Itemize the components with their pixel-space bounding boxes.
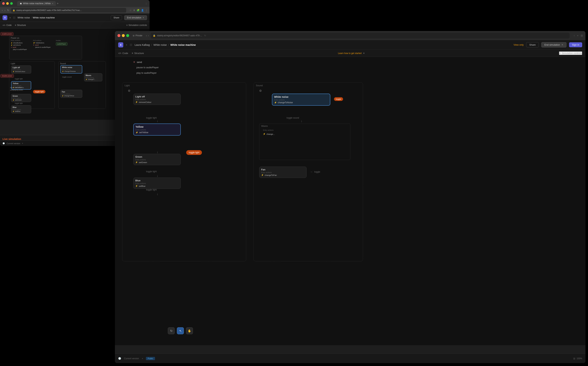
back-toggle-light-btn[interactable]: toggle light — [186, 150, 202, 155]
tl-maximize[interactable] — [10, 2, 13, 5]
back-yellow-section: Entry actions — [136, 129, 179, 131]
back-url-field[interactable]: 🔒 stately.ai/registry/editor/98294807-aa… — [151, 33, 570, 38]
learn-close-icon[interactable]: ✕ — [363, 52, 365, 54]
back-toggle-sound-btn[interactable]: toggle — [334, 97, 343, 101]
learn-banner: Learn how to get started ✕ — [338, 52, 365, 54]
light-off-node: Light off Entry actions ⚡ removeColour — [11, 66, 31, 74]
back-arrow-down-4: ↓ — [157, 192, 158, 196]
back-white-noise-title: White noise — [274, 95, 328, 98]
back-waves-action: ⚡ change... — [263, 133, 275, 135]
toggle-light-btn[interactable]: toggle light — [33, 90, 45, 93]
back-button[interactable]: ‹ — [2, 9, 3, 12]
back-code-icon: </> — [118, 52, 121, 54]
share-button[interactable]: Share — [111, 15, 122, 20]
extensions-icon[interactable]: 🧩 — [137, 9, 140, 12]
back-code-button[interactable]: </> Code — [118, 52, 128, 54]
back-structure-button[interactable]: ≡ Structure — [132, 52, 144, 54]
exit-actions-label: Exit actions — [33, 40, 53, 41]
forward-button[interactable]: › — [5, 9, 6, 12]
back-bc-item1[interactable]: White noise — [153, 43, 167, 46]
light-off-section: Entry actions — [13, 69, 30, 71]
lock-icon: 🔒 — [13, 9, 15, 11]
back-newtab-icon[interactable]: + — [577, 34, 579, 37]
back-sidebar-icon[interactable]: ⊟ — [581, 34, 583, 37]
back-reload-icon[interactable]: ↻ — [204, 34, 206, 37]
front-tab[interactable]: 🔲 White noise machine | White ✕ — [17, 1, 56, 6]
back-toggle-orange-btn[interactable]: toggle — [334, 97, 343, 101]
back-nav-back[interactable]: ‹ — [146, 34, 147, 37]
light-off-title: Light off — [13, 67, 30, 69]
entry-actions-group: Entry actions ⚡ showButtons ⚡ setVolume … — [11, 40, 31, 50]
end-simulation-button[interactable]: End simulation ✕ — [124, 15, 147, 20]
back-bc-item2[interactable]: White noise machine — [170, 43, 196, 46]
back-refresh-button[interactable]: ↻ — [168, 327, 175, 334]
states-annotation: states because like autoplaying audio. — [10, 86, 32, 91]
back-tl-maximize[interactable] — [126, 34, 129, 37]
reload-button[interactable]: ↻ — [7, 9, 9, 12]
back-bc-sep1: / — [151, 43, 152, 46]
back-nav-forward[interactable]: › — [148, 34, 149, 37]
back-sim-controls-button[interactable]: ≡ Simulation controls — [559, 52, 582, 55]
back-code-label: Code — [122, 52, 128, 54]
toggle-light-orange[interactable]: toggle light — [33, 90, 45, 93]
back-white-noise-section: Entry actions — [274, 99, 328, 101]
back-yellow-title: Yellow — [136, 125, 179, 128]
download-icon[interactable]: ⬇ — [133, 9, 135, 12]
back-toggle-fan-label: toggle — [314, 171, 320, 173]
back-fan-icon: ⚡ — [261, 174, 264, 176]
learn-label[interactable]: Learn how to get started — [338, 52, 362, 54]
bookmark-icon[interactable]: ☆ — [129, 9, 132, 12]
fullscreen-icon[interactable]: ⊞ — [573, 357, 575, 360]
new-tab-button[interactable]: + — [57, 2, 59, 5]
back-sound-outer: Sound ⚙ White noise Entry actions ⚡ chan… — [254, 83, 363, 261]
back-version-text[interactable]: Current version — [124, 357, 139, 360]
back-cursor-button[interactable]: ↖ — [177, 327, 184, 334]
back-fan-action: ⚡ changeToFan — [261, 174, 305, 176]
back-share-icon[interactable]: ↑ — [573, 34, 575, 37]
logo-dropdown[interactable]: ▾ — [9, 16, 11, 19]
green-node: Green Entry actions ⚡ setGreen — [11, 94, 31, 102]
breadcrumb-item2[interactable]: White noise machine — [33, 16, 55, 19]
back-tl-close[interactable] — [117, 34, 120, 37]
back-end-simulation-button[interactable]: End simulation ✕ — [541, 42, 566, 47]
back-light-off-section: Entry actions — [135, 99, 179, 100]
blue-section: Entry actions — [13, 109, 30, 110]
back-share-button[interactable]: Share — [526, 42, 539, 47]
entry-action-show: ⚡ showButtons — [11, 42, 31, 44]
front-version-text[interactable]: Current version — [7, 142, 20, 145]
blue-action: ⚡ setBlue — [13, 110, 30, 112]
tab-close-btn[interactable]: ✕ — [52, 3, 53, 5]
simulation-controls-button[interactable]: ≡ Simulation controls — [126, 24, 147, 26]
back-window: ⊟ Private ‹ › 🔒 stately.ai/registry/edit… — [115, 31, 585, 363]
back-arrow-down-2: ↓ — [157, 150, 158, 154]
back-private-indicator: ⊟ Private — [133, 34, 142, 37]
back-waves-label: Waves — [259, 124, 350, 129]
back-hand-button[interactable]: ✋ — [186, 327, 193, 334]
breadcrumb-item1[interactable]: White noise — [17, 16, 30, 19]
browser-menu-icon[interactable]: ⋮ — [145, 2, 147, 5]
sim-controls-icon: ≡ — [126, 24, 128, 26]
sign-in-button[interactable]: Sign in — [569, 42, 582, 47]
more-icon[interactable]: ⋮ — [145, 9, 148, 12]
back-toggle-light-orange[interactable]: toggle light — [186, 150, 202, 155]
tl-close[interactable] — [2, 2, 5, 5]
stately-logo[interactable]: X — [3, 15, 7, 20]
back-blue-node: Blue Entry actions ⚡ setBlue — [133, 177, 181, 189]
back-fan-section: Entry actions — [261, 172, 305, 174]
back-logo-dropdown[interactable]: ▾ — [126, 43, 127, 46]
back-user-label[interactable]: Laura Kalbag — [135, 43, 150, 46]
back-green-title: Green — [135, 155, 179, 158]
tl-minimize[interactable] — [6, 2, 9, 5]
url-field[interactable]: 🔒 stately.ai/registry/editor/98294807-aa… — [11, 8, 126, 13]
back-tl-minimize[interactable] — [122, 34, 125, 37]
structure-button[interactable]: ≡ Structure — [15, 24, 26, 26]
back-stately-logo[interactable]: X — [118, 42, 123, 47]
profile-icon[interactable]: 👤 — [141, 9, 144, 12]
back-fan-node: Fan Entry actions ⚡ changeToFan — [259, 167, 307, 178]
back-green-section: Entry actions — [135, 159, 179, 161]
yellow-title: Yellow — [13, 83, 30, 84]
back-version-chevron: ▾ — [142, 357, 143, 360]
end-sim-label: End simulation — [127, 16, 141, 19]
url-text: stately.ai/registry/editor/98294807-aabc… — [16, 9, 82, 11]
code-button[interactable]: </> Code — [3, 24, 12, 26]
